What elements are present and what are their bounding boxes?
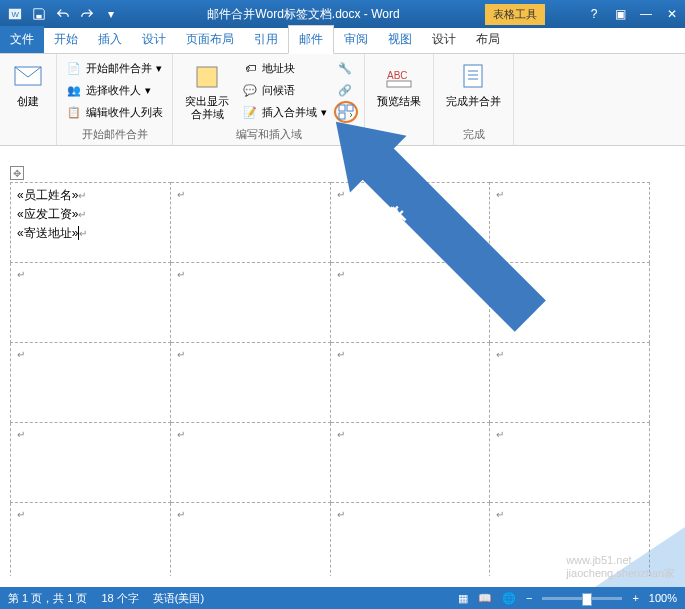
close-button[interactable]: ✕ [663, 7, 681, 21]
tab-file[interactable]: 文件 [0, 26, 44, 53]
envelope-icon [12, 61, 44, 93]
tab-design[interactable]: 设计 [132, 26, 176, 53]
minimize-button[interactable]: — [637, 7, 655, 21]
edit-recipient-list-button[interactable]: 📋编辑收件人列表 [63, 101, 166, 123]
label-cell[interactable]: ↵ [490, 343, 650, 423]
label-cell[interactable]: ↵ [490, 263, 650, 343]
paragraph-mark-icon: ↵ [337, 349, 345, 360]
ribbon-tabs: 文件 开始 插入 设计 页面布局 引用 邮件 审阅 视图 设计 布局 [0, 28, 685, 54]
zoom-slider[interactable] [542, 597, 622, 600]
tab-table-layout[interactable]: 布局 [466, 26, 510, 53]
label-cell[interactable]: ↵ [11, 423, 171, 503]
table-row: «员工姓名»↵ «应发工资»↵ «寄送地址»↵ ↵ ↵ ↵ [11, 183, 650, 263]
zoom-out-button[interactable]: − [526, 592, 532, 604]
label-cell[interactable]: ↵ [170, 263, 330, 343]
label-cell[interactable]: ↵ [330, 343, 490, 423]
svg-text:W: W [12, 10, 20, 19]
language-indicator[interactable]: 英语(美国) [153, 591, 204, 606]
paragraph-mark-icon: ↵ [337, 269, 345, 280]
word-app-icon[interactable]: W [4, 3, 26, 25]
label-cell[interactable]: ↵ [170, 423, 330, 503]
highlight-merge-fields-button[interactable]: 突出显示 合并域 [179, 57, 235, 125]
greeting-line-button[interactable]: 💬问候语 [239, 79, 330, 101]
svg-rect-7 [339, 113, 345, 119]
help-button[interactable]: ? [585, 7, 603, 21]
svg-rect-9 [387, 81, 411, 87]
label-cell[interactable]: ↵ [490, 183, 650, 263]
label-cell[interactable]: ↵ [330, 263, 490, 343]
label-cell[interactable]: ↵ [330, 423, 490, 503]
zoom-level[interactable]: 100% [649, 592, 677, 604]
match-fields-icon: 🔗 [337, 82, 353, 98]
group-write-insert: 突出显示 合并域 🏷地址块 💬问候语 📝插入合并域▾ 🔧 🔗 编写和插入域 [173, 54, 365, 145]
tab-mailings[interactable]: 邮件 [288, 25, 334, 54]
svg-rect-2 [36, 15, 41, 19]
paragraph-mark-icon: ↵ [177, 509, 185, 520]
label-cell[interactable]: ↵ [490, 423, 650, 503]
create-button[interactable]: 创建 [6, 57, 50, 112]
rules-icon: 🔧 [337, 60, 353, 76]
label-cell[interactable]: ↵ [330, 503, 490, 577]
tab-references[interactable]: 引用 [244, 26, 288, 53]
page-indicator[interactable]: 第 1 页，共 1 页 [8, 591, 87, 606]
label-cell[interactable]: ↵ [11, 343, 171, 423]
greeting-icon: 💬 [242, 82, 258, 98]
paragraph-mark-icon: ↵ [17, 349, 25, 360]
insert-merge-field-button[interactable]: 📝插入合并域▾ [239, 101, 330, 123]
tab-insert[interactable]: 插入 [88, 26, 132, 53]
table-move-handle[interactable]: ✥ [10, 166, 24, 180]
address-block-icon: 🏷 [242, 60, 258, 76]
paragraph-mark-icon: ↵ [17, 269, 25, 280]
save-icon[interactable] [28, 3, 50, 25]
ribbon: 创建 📄开始邮件合并▾ 👥选择收件人▾ 📋编辑收件人列表 开始邮件合并 突出显示… [0, 54, 685, 146]
paragraph-mark-icon: ↵ [177, 189, 185, 200]
tab-page-layout[interactable]: 页面布局 [176, 26, 244, 53]
window-title: 邮件合并Word标签文档.docx - Word [122, 6, 485, 23]
tab-home[interactable]: 开始 [44, 26, 88, 53]
paragraph-mark-icon: ↵ [177, 429, 185, 440]
label-table[interactable]: «员工姓名»↵ «应发工资»↵ «寄送地址»↵ ↵ ↵ ↵ ↵ ↵ ↵ ↵ ↵ … [10, 182, 650, 576]
recipients-icon: 👥 [66, 82, 82, 98]
label-cell[interactable]: ↵ [11, 503, 171, 577]
select-recipients-button[interactable]: 👥选择收件人▾ [63, 79, 166, 101]
document-area[interactable]: ✥ «员工姓名»↵ «应发工资»↵ «寄送地址»↵ ↵ ↵ ↵ ↵ ↵ ↵ ↵ … [0, 146, 685, 576]
undo-icon[interactable] [52, 3, 74, 25]
group-preview: ABC 预览结果 [365, 54, 434, 145]
redo-icon[interactable] [76, 3, 98, 25]
status-bar: 第 1 页，共 1 页 18 个字 英语(美国) ▦ 📖 🌐 − + 100% [0, 587, 685, 609]
update-labels-button[interactable] [334, 101, 358, 123]
zoom-in-button[interactable]: + [632, 592, 638, 604]
match-fields-button[interactable]: 🔗 [334, 79, 358, 101]
merge-field: «应发工资» [17, 207, 78, 221]
finish-merge-button[interactable]: 完成并合并 [440, 57, 507, 112]
qat-dropdown-icon[interactable]: ▾ [100, 3, 122, 25]
paragraph-mark-icon: ↵ [17, 429, 25, 440]
tab-review[interactable]: 审阅 [334, 26, 378, 53]
word-count[interactable]: 18 个字 [101, 591, 138, 606]
svg-text:ABC: ABC [387, 70, 408, 81]
label-cell[interactable]: ↵ [330, 183, 490, 263]
view-print-layout-icon[interactable]: ▦ [458, 592, 468, 605]
paragraph-mark-icon: ↵ [337, 189, 345, 200]
label-cell[interactable]: ↵ [170, 503, 330, 577]
ribbon-options-button[interactable]: ▣ [611, 7, 629, 21]
address-block-button[interactable]: 🏷地址块 [239, 57, 330, 79]
paragraph-mark-icon: ↵ [496, 189, 504, 200]
label-cell[interactable]: ↵ [170, 183, 330, 263]
group-start-mail-merge: 📄开始邮件合并▾ 👥选择收件人▾ 📋编辑收件人列表 开始邮件合并 [57, 54, 173, 145]
start-mail-merge-button[interactable]: 📄开始邮件合并▾ [63, 57, 166, 79]
tab-view[interactable]: 视图 [378, 26, 422, 53]
preview-results-button[interactable]: ABC 预览结果 [371, 57, 427, 112]
tab-table-design[interactable]: 设计 [422, 26, 466, 53]
rules-button[interactable]: 🔧 [334, 57, 358, 79]
view-read-mode-icon[interactable]: 📖 [478, 592, 492, 605]
label-cell[interactable]: ↵ [11, 263, 171, 343]
table-row: ↵ ↵ ↵ ↵ [11, 423, 650, 503]
paragraph-mark-icon: ↵ [496, 269, 504, 280]
label-cell[interactable]: «员工姓名»↵ «应发工资»↵ «寄送地址»↵ [11, 183, 171, 263]
paragraph-mark-icon: ↵ [79, 228, 87, 239]
view-web-layout-icon[interactable]: 🌐 [502, 592, 516, 605]
paragraph-mark-icon: ↵ [17, 509, 25, 520]
paragraph-mark-icon: ↵ [337, 509, 345, 520]
label-cell[interactable]: ↵ [170, 343, 330, 423]
